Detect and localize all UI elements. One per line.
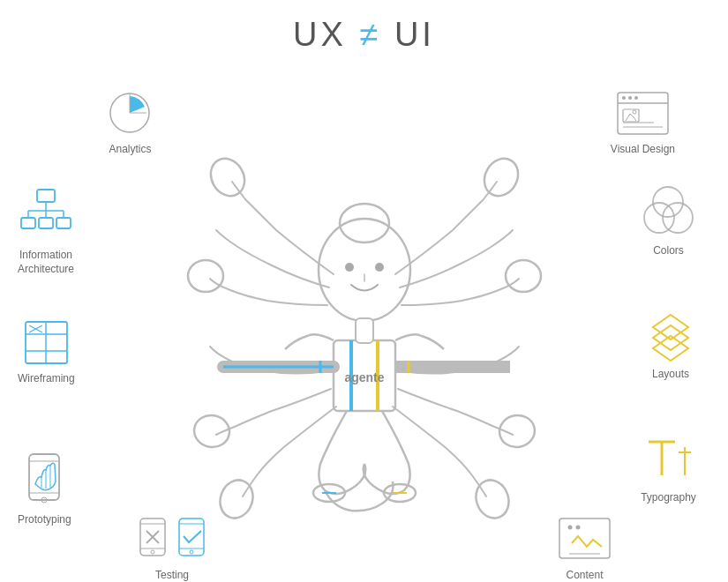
center-figure: .arm { fill: none; stroke: #bbb; stroke-…	[179, 116, 550, 539]
svg-rect-18	[21, 218, 35, 228]
layouts-item: Layouts	[644, 310, 697, 382]
svg-point-56	[576, 526, 581, 530]
svg-point-23	[663, 203, 693, 233]
svg-point-11	[633, 110, 636, 114]
content-item: Content	[556, 515, 613, 582]
content-icon	[556, 515, 613, 563]
info-arch-item: Information Architecture	[18, 186, 74, 276]
svg-point-53	[190, 550, 193, 554]
colors-icon	[640, 186, 697, 239]
svg-point-5	[622, 96, 626, 100]
svg-point-81	[345, 263, 354, 272]
visual-design-item: Visual Design	[611, 89, 675, 157]
wireframing-icon	[22, 318, 71, 367]
svg-point-60	[188, 260, 223, 292]
visual-design-icon	[614, 89, 672, 138]
layouts-icon	[644, 310, 697, 362]
info-arch-label: Information Architecture	[18, 249, 74, 276]
svg-marker-31	[653, 325, 688, 350]
svg-point-79	[319, 219, 410, 321]
svg-point-58	[204, 153, 251, 202]
colors-item: Colors	[640, 186, 697, 258]
prototyping-icon	[22, 451, 66, 508]
svg-point-22	[644, 203, 674, 233]
page-title: UX ≠ UI	[0, 0, 728, 54]
typography-icon	[640, 433, 697, 486]
svg-rect-84	[356, 318, 373, 343]
svg-point-6	[628, 96, 632, 100]
svg-point-7	[634, 96, 638, 100]
svg-point-59	[477, 153, 524, 202]
svg-point-82	[375, 263, 384, 272]
wireframing-item: Wireframing	[18, 318, 75, 386]
info-arch-icon	[19, 186, 72, 243]
svg-point-55	[568, 526, 573, 530]
svg-rect-12	[37, 190, 55, 202]
prototyping-item: Prototyping	[18, 451, 71, 527]
svg-text:agente: agente	[344, 370, 384, 384]
analytics-item: Analytics	[106, 89, 154, 157]
svg-point-61	[506, 260, 541, 292]
svg-rect-20	[56, 218, 71, 228]
analytics-icon	[106, 89, 154, 138]
svg-rect-19	[39, 218, 53, 228]
svg-point-21	[653, 187, 683, 217]
svg-rect-54	[559, 519, 610, 558]
svg-point-47	[151, 550, 154, 554]
typography-item: Typography	[640, 433, 697, 505]
